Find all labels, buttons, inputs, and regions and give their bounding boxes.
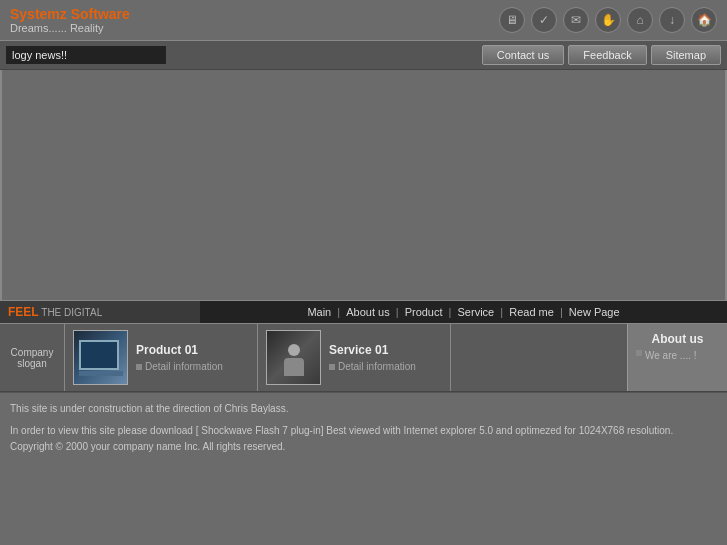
nav-bar: logy news!! Contact us Feedback Sitemap	[0, 40, 727, 70]
about-us-detail: We are .... !	[636, 350, 719, 361]
service-01-cell: Service 01 Detail information	[258, 324, 451, 391]
service-detail-bullet-icon	[329, 364, 335, 370]
footer-line1: This site is under construction at the d…	[10, 401, 717, 417]
detail-bullet-icon	[136, 364, 142, 370]
product-01-detail-label[interactable]: Detail information	[145, 361, 223, 372]
product-01-title: Product 01	[136, 343, 223, 357]
laptop-screen	[79, 340, 119, 370]
check-icon[interactable]: ✓	[531, 7, 557, 33]
products-row: Company slogan Product 01 Detail informa…	[0, 323, 727, 392]
nav-buttons: Contact us Feedback Sitemap	[482, 45, 721, 65]
product-01-detail: Detail information	[136, 361, 223, 372]
service-01-detail-label[interactable]: Detail information	[338, 361, 416, 372]
footer-text: This site is under construction at the d…	[0, 392, 727, 463]
logo-area: Systemz Software Dreams...... Reality	[10, 6, 130, 34]
about-us-cell: About us We are .... !	[627, 324, 727, 391]
feedback-button[interactable]: Feedback	[568, 45, 646, 65]
house-icon[interactable]: 🏠	[691, 7, 717, 33]
person-head-icon	[288, 344, 300, 356]
hand-icon[interactable]: ✋	[595, 7, 621, 33]
feel-text: FEEL THE DIGITAL	[8, 305, 102, 319]
nav-about-link[interactable]: About us	[346, 306, 389, 318]
logo-title: Systemz Software	[10, 6, 130, 22]
service-01-thumbnail	[266, 330, 321, 385]
feel-label: FEEL	[8, 305, 39, 319]
sep5: |	[560, 306, 563, 318]
company-slogan-text: Company slogan	[4, 347, 60, 369]
service-01-info: Service 01 Detail information	[329, 343, 416, 372]
laptop-base	[79, 371, 123, 376]
service-01-title: Service 01	[329, 343, 416, 357]
sep2: |	[396, 306, 399, 318]
empty-cell	[451, 324, 627, 391]
service-01-detail: Detail information	[329, 361, 416, 372]
nav-newpage-link[interactable]: New Page	[569, 306, 620, 318]
nav-service-link[interactable]: Service	[458, 306, 495, 318]
company-slogan-cell: Company slogan	[0, 324, 65, 391]
header-icons: 🖥 ✓ ✉ ✋ ⌂ ↓ 🏠	[499, 7, 717, 33]
footer-nav-links: Main | About us | Product | Service | Re…	[200, 302, 727, 322]
monitor-icon[interactable]: 🖥	[499, 7, 525, 33]
sep1: |	[337, 306, 340, 318]
footer-nav-bar: FEEL THE DIGITAL Main | About us | Produ…	[0, 300, 727, 323]
footer-line3: Copyright © 2000 your company name Inc. …	[10, 439, 717, 455]
product-01-info: Product 01 Detail information	[136, 343, 223, 372]
logo-subtitle: Dreams...... Reality	[10, 22, 130, 34]
sep3: |	[449, 306, 452, 318]
sitemap-button[interactable]: Sitemap	[651, 45, 721, 65]
digital-label: THE DIGITAL	[41, 307, 102, 318]
nav-main-link[interactable]: Main	[307, 306, 331, 318]
main-content	[0, 70, 727, 300]
sep4: |	[500, 306, 503, 318]
header: Systemz Software Dreams...... Reality 🖥 …	[0, 0, 727, 40]
product-01-cell: Product 01 Detail information	[65, 324, 258, 391]
contact-us-button[interactable]: Contact us	[482, 45, 565, 65]
feel-digital-area: FEEL THE DIGITAL	[0, 301, 200, 323]
about-bullet-icon	[636, 350, 642, 356]
person-body-icon	[284, 358, 304, 376]
about-us-title: About us	[636, 332, 719, 346]
email-icon[interactable]: ✉	[563, 7, 589, 33]
nav-readme-link[interactable]: Read me	[509, 306, 554, 318]
home-icon[interactable]: ⌂	[627, 7, 653, 33]
product-01-thumbnail	[73, 330, 128, 385]
nav-product-link[interactable]: Product	[405, 306, 443, 318]
footer-line2: In order to view this site please downlo…	[10, 423, 717, 439]
ticker-box: logy news!!	[6, 46, 166, 64]
about-us-detail-text[interactable]: We are .... !	[645, 350, 697, 361]
download-icon[interactable]: ↓	[659, 7, 685, 33]
